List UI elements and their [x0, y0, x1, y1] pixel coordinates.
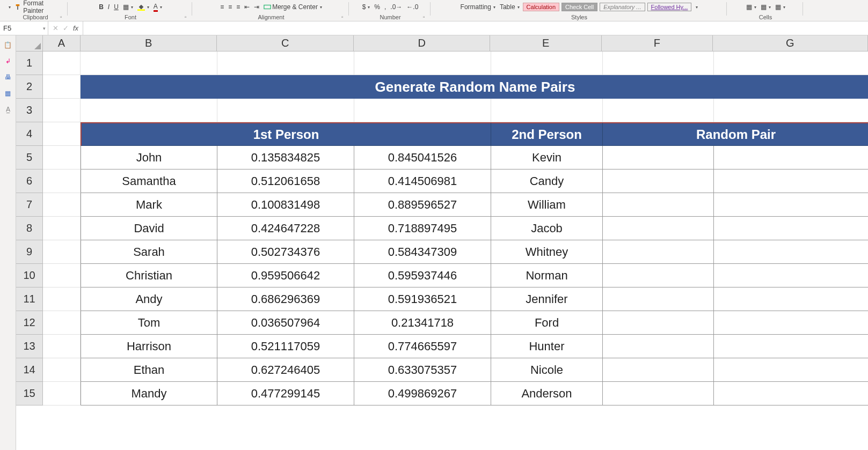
merge-center-button[interactable]: Merge & Center	[262, 3, 323, 11]
cell-C3[interactable]	[217, 99, 354, 122]
row-header-10[interactable]: 10	[16, 264, 43, 287]
comma-button[interactable]: ,	[383, 3, 387, 11]
format-table-button[interactable]: Table	[499, 3, 521, 11]
cell-B13[interactable]: Harrison	[81, 335, 217, 358]
cell-A13[interactable]	[43, 335, 81, 358]
cell-C1[interactable]	[217, 51, 354, 75]
cell-E11[interactable]: Jennifer	[491, 287, 603, 311]
cell-A2[interactable]	[43, 75, 81, 99]
side-clipboard-icon[interactable]: 📋	[4, 41, 12, 49]
cell-G5[interactable]	[714, 146, 868, 169]
cell-E10[interactable]: Norman	[491, 264, 603, 287]
cell-C12[interactable]: 0.036507964	[217, 311, 354, 335]
cell-A15[interactable]	[43, 382, 81, 405]
percent-button[interactable]: %	[373, 3, 381, 11]
cell-B8[interactable]: David	[81, 217, 217, 240]
cell-F11[interactable]	[603, 287, 714, 311]
cell-E6[interactable]: Candy	[491, 169, 603, 193]
cell-F6[interactable]	[603, 169, 714, 193]
cell-B9[interactable]: Sarah	[81, 240, 217, 264]
row-header-8[interactable]: 8	[16, 217, 43, 240]
cell-D13[interactable]: 0.774665597	[354, 335, 491, 358]
cell-E13[interactable]: Hunter	[491, 335, 603, 358]
cell-A9[interactable]	[43, 240, 81, 264]
row-header-13[interactable]: 13	[16, 335, 43, 358]
italic-button[interactable]: I	[107, 3, 111, 11]
conditional-formatting-button[interactable]: Formatting	[459, 3, 497, 11]
cell-A11[interactable]	[43, 287, 81, 311]
increase-decimal-button[interactable]: .0→	[389, 3, 403, 11]
cell-F9[interactable]	[603, 240, 714, 264]
cell-C5[interactable]: 0.135834825	[217, 146, 354, 169]
cell-G10[interactable]	[714, 264, 868, 287]
cell-C15[interactable]: 0.477299145	[217, 382, 354, 405]
cell-E14[interactable]: Nicole	[491, 358, 603, 382]
cell-D7[interactable]: 0.889596527	[354, 193, 491, 217]
cell-E3[interactable]	[491, 99, 603, 122]
cell-E15[interactable]: Anderson	[491, 382, 603, 405]
cell-A12[interactable]	[43, 311, 81, 335]
row-header-1[interactable]: 1	[16, 51, 43, 75]
cell-F3[interactable]	[603, 99, 714, 122]
cell-G12[interactable]	[714, 311, 868, 335]
border-button[interactable]: ▦	[122, 3, 134, 11]
cell-E1[interactable]	[491, 51, 603, 75]
style-followed-hyperlink[interactable]: Followed Hy...	[647, 3, 692, 11]
cell-A8[interactable]	[43, 217, 81, 240]
bold-button[interactable]: B	[98, 3, 105, 11]
col-header-F[interactable]: F	[602, 35, 713, 51]
cell-A10[interactable]	[43, 264, 81, 287]
row-header-7[interactable]: 7	[16, 193, 43, 217]
cell-F1[interactable]	[603, 51, 714, 75]
formula-enter-icon[interactable]: ✓	[63, 24, 69, 32]
row-header-2[interactable]: 2	[16, 75, 43, 99]
cell-D8[interactable]: 0.718897495	[354, 217, 491, 240]
format-painter-button[interactable]: Format Painter	[14, 0, 64, 14]
currency-button[interactable]: $	[361, 3, 371, 11]
cell-B12[interactable]: Tom	[81, 311, 217, 335]
row-header-14[interactable]: 14	[16, 358, 43, 382]
cell-C9[interactable]: 0.502734376	[217, 240, 354, 264]
cell-A6[interactable]	[43, 169, 81, 193]
fill-color-button[interactable]	[136, 3, 150, 11]
cell-G15[interactable]	[714, 382, 868, 405]
insert-cells-button[interactable]: ▦	[745, 3, 757, 11]
cell-B1[interactable]	[81, 51, 217, 75]
cell-G9[interactable]	[714, 240, 868, 264]
cell-F14[interactable]	[603, 358, 714, 382]
number-launcher-icon[interactable]: ▫	[423, 14, 429, 20]
row-header-3[interactable]: 3	[16, 99, 43, 122]
cell-B5[interactable]: John	[81, 146, 217, 169]
col-header-B[interactable]: B	[81, 35, 217, 51]
align-left-button[interactable]: ≡	[219, 3, 225, 11]
paste-dropdown[interactable]	[6, 5, 12, 10]
cell-G1[interactable]	[714, 51, 868, 75]
cell-E9[interactable]: Whitney	[491, 240, 603, 264]
side-text-icon[interactable]: A̲	[4, 105, 12, 114]
cell-C11[interactable]: 0.686296369	[217, 287, 354, 311]
cell-F8[interactable]	[603, 217, 714, 240]
formula-cancel-icon[interactable]: ✕	[53, 24, 59, 32]
cells-area[interactable]: Generate Random Name Pairs 1st Person 2n…	[43, 51, 868, 405]
side-arrow-icon[interactable]: ↲	[4, 57, 12, 65]
cell-D6[interactable]: 0.414506981	[354, 169, 491, 193]
cell-G6[interactable]	[714, 169, 868, 193]
cell-D9[interactable]: 0.584347309	[354, 240, 491, 264]
row-header-9[interactable]: 9	[16, 240, 43, 264]
clipboard-launcher-icon[interactable]: ▫	[60, 14, 67, 20]
cell-G8[interactable]	[714, 217, 868, 240]
side-grid-icon[interactable]: ▦	[4, 89, 12, 98]
cell-G3[interactable]	[714, 99, 868, 122]
cell-G7[interactable]	[714, 193, 868, 217]
header-random-pair[interactable]: Random Pair	[603, 122, 868, 146]
cell-B11[interactable]: Andy	[81, 287, 217, 311]
col-header-G[interactable]: G	[713, 35, 868, 51]
alignment-launcher-icon[interactable]: ▫	[341, 14, 348, 20]
header-1st-person[interactable]: 1st Person	[81, 122, 491, 146]
row-header-4[interactable]: 4	[16, 122, 43, 146]
title-banner[interactable]: Generate Random Name Pairs	[81, 75, 868, 99]
cell-B6[interactable]: Samantha	[81, 169, 217, 193]
font-color-button[interactable]: A	[152, 3, 163, 12]
cell-E5[interactable]: Kevin	[491, 146, 603, 169]
cell-D10[interactable]: 0.595937446	[354, 264, 491, 287]
